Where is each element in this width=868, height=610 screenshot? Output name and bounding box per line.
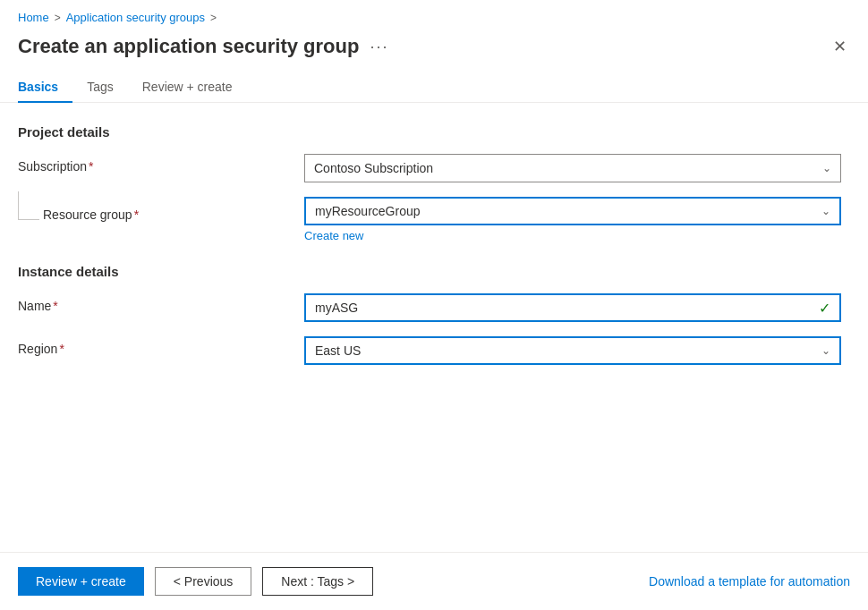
resource-group-label: Resource group* [43, 202, 139, 222]
close-button[interactable]: ✕ [830, 35, 850, 58]
previous-button[interactable]: < Previous [155, 567, 252, 596]
tab-review-create[interactable]: Review + create [128, 72, 247, 103]
subscription-control-wrapper: Contoso Subscription ⌄ [304, 154, 841, 182]
breadcrumb-separator-1: > [55, 12, 61, 24]
breadcrumb-parent-link[interactable]: Application security groups [66, 11, 205, 24]
indent-line [18, 191, 39, 220]
page-title: Create an application security group [18, 35, 359, 58]
region-label: Region* [18, 336, 304, 356]
name-control-wrapper: myASG ✓ [304, 293, 841, 322]
subscription-dropdown[interactable]: Contoso Subscription ⌄ [304, 154, 841, 182]
breadcrumb-separator-2: > [210, 12, 217, 24]
content-area: Project details Subscription* Contoso Su… [0, 103, 868, 401]
download-template-button[interactable]: Download a template for automation [649, 574, 850, 589]
tab-tags[interactable]: Tags [72, 72, 128, 103]
tabs-container: Basics Tags Review + create [0, 72, 868, 103]
page-header: Create an application security group ···… [0, 31, 868, 72]
footer: Review + create < Previous Next : Tags >… [0, 552, 868, 610]
review-create-button[interactable]: Review + create [18, 567, 144, 596]
resource-group-control-wrapper: myResourceGroup ⌄ Create new [304, 197, 841, 242]
tab-basics[interactable]: Basics [18, 72, 72, 103]
region-dropdown[interactable]: East US ⌄ [304, 336, 841, 365]
instance-details-section: Instance details Name* myASG ✓ Region* E… [18, 264, 850, 365]
resource-group-label-area: Resource group* [18, 197, 304, 222]
breadcrumb-home-link[interactable]: Home [18, 11, 49, 24]
breadcrumb: Home > Application security groups > [0, 0, 868, 31]
name-valid-check-icon: ✓ [819, 300, 830, 317]
resource-group-chevron-icon: ⌄ [821, 205, 830, 217]
name-input[interactable]: myASG ✓ [304, 293, 841, 322]
page-title-area: Create an application security group ··· [18, 35, 388, 58]
name-label: Name* [18, 293, 304, 313]
region-control-wrapper: East US ⌄ [304, 336, 841, 365]
more-options-button[interactable]: ··· [370, 38, 388, 56]
create-new-link[interactable]: Create new [304, 229, 363, 242]
next-button[interactable]: Next : Tags > [262, 567, 373, 596]
subscription-form-group: Subscription* Contoso Subscription ⌄ [18, 154, 850, 182]
project-details-title: Project details [18, 124, 850, 140]
resource-group-form-group: Resource group* myResourceGroup ⌄ Create… [18, 197, 850, 242]
region-chevron-icon: ⌄ [821, 344, 830, 357]
name-form-group: Name* myASG ✓ [18, 293, 850, 322]
project-details-section: Project details Subscription* Contoso Su… [18, 124, 850, 242]
subscription-label: Subscription* [18, 154, 304, 174]
region-form-group: Region* East US ⌄ [18, 336, 850, 365]
resource-group-dropdown[interactable]: myResourceGroup ⌄ [304, 197, 841, 225]
instance-details-title: Instance details [18, 264, 850, 279]
subscription-chevron-icon: ⌄ [822, 162, 831, 174]
